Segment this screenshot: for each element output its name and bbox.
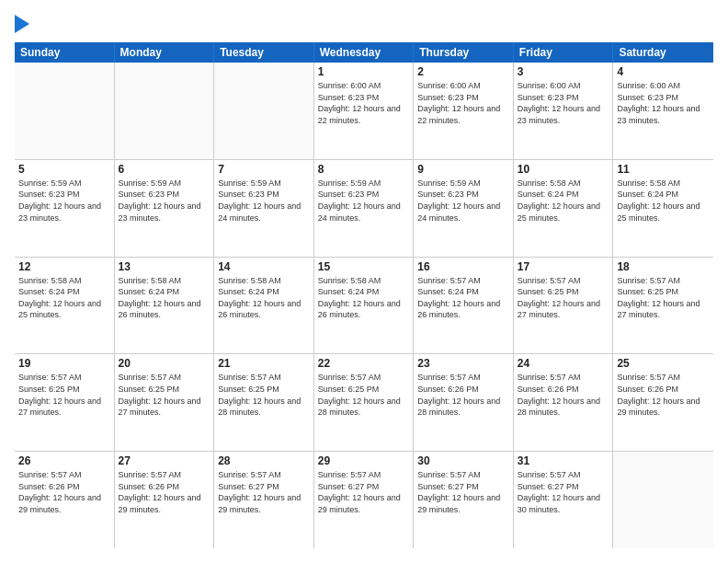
day-info: Sunrise: 5:58 AM Sunset: 6:24 PM Dayligh… xyxy=(518,178,609,224)
day-info: Sunrise: 6:00 AM Sunset: 6:23 PM Dayligh… xyxy=(617,80,710,126)
calendar-header: SundayMondayTuesdayWednesdayThursdayFrid… xyxy=(15,42,713,63)
logo-arrow-icon xyxy=(15,15,29,33)
day-number: 3 xyxy=(518,65,609,78)
day-cell-11: 11Sunrise: 5:58 AM Sunset: 6:24 PM Dayli… xyxy=(613,160,713,257)
weekday-header-thursday: Thursday xyxy=(414,42,514,63)
day-number: 6 xyxy=(119,163,210,176)
day-cell-25: 25Sunrise: 5:57 AM Sunset: 6:26 PM Dayli… xyxy=(613,354,713,451)
day-cell-12: 12Sunrise: 5:58 AM Sunset: 6:24 PM Dayli… xyxy=(15,258,115,354)
day-info: Sunrise: 5:58 AM Sunset: 6:24 PM Dayligh… xyxy=(218,275,310,321)
day-number: 1 xyxy=(318,65,410,78)
day-info: Sunrise: 5:59 AM Sunset: 6:23 PM Dayligh… xyxy=(417,178,509,224)
day-cell-21: 21Sunrise: 5:57 AM Sunset: 6:25 PM Dayli… xyxy=(214,354,314,451)
calendar-row-0: 1Sunrise: 6:00 AM Sunset: 6:23 PM Daylig… xyxy=(15,63,713,160)
day-number: 27 xyxy=(119,454,210,467)
day-cell-17: 17Sunrise: 5:57 AM Sunset: 6:25 PM Dayli… xyxy=(514,258,614,354)
day-number: 25 xyxy=(617,357,710,370)
day-number: 4 xyxy=(617,65,710,78)
day-number: 10 xyxy=(518,163,609,176)
day-number: 23 xyxy=(417,357,509,370)
day-number: 24 xyxy=(518,357,609,370)
day-number: 9 xyxy=(417,163,509,176)
day-info: Sunrise: 5:57 AM Sunset: 6:25 PM Dayligh… xyxy=(18,372,110,418)
day-cell-2: 2Sunrise: 6:00 AM Sunset: 6:23 PM Daylig… xyxy=(414,63,514,159)
day-info: Sunrise: 5:57 AM Sunset: 6:25 PM Dayligh… xyxy=(518,275,609,321)
calendar-body: 1Sunrise: 6:00 AM Sunset: 6:23 PM Daylig… xyxy=(15,63,713,548)
day-cell-empty-4-6 xyxy=(613,452,713,548)
header xyxy=(15,15,713,33)
day-info: Sunrise: 5:59 AM Sunset: 6:23 PM Dayligh… xyxy=(218,178,310,224)
day-cell-27: 27Sunrise: 5:57 AM Sunset: 6:26 PM Dayli… xyxy=(115,452,215,548)
page: SundayMondayTuesdayWednesdayThursdayFrid… xyxy=(0,0,728,563)
day-number: 26 xyxy=(18,454,110,467)
day-number: 15 xyxy=(318,260,410,273)
calendar-row-4: 26Sunrise: 5:57 AM Sunset: 6:26 PM Dayli… xyxy=(15,452,713,548)
day-info: Sunrise: 5:59 AM Sunset: 6:23 PM Dayligh… xyxy=(18,178,110,224)
day-cell-23: 23Sunrise: 5:57 AM Sunset: 6:26 PM Dayli… xyxy=(414,354,514,451)
day-cell-3: 3Sunrise: 6:00 AM Sunset: 6:23 PM Daylig… xyxy=(514,63,614,159)
day-info: Sunrise: 5:58 AM Sunset: 6:24 PM Dayligh… xyxy=(119,275,210,321)
day-number: 17 xyxy=(518,260,609,273)
day-cell-14: 14Sunrise: 5:58 AM Sunset: 6:24 PM Dayli… xyxy=(214,258,314,354)
day-number: 30 xyxy=(417,454,509,467)
day-cell-5: 5Sunrise: 5:59 AM Sunset: 6:23 PM Daylig… xyxy=(15,160,115,257)
calendar-row-3: 19Sunrise: 5:57 AM Sunset: 6:25 PM Dayli… xyxy=(15,354,713,452)
day-number: 11 xyxy=(617,163,710,176)
day-info: Sunrise: 5:59 AM Sunset: 6:23 PM Dayligh… xyxy=(318,178,410,224)
day-number: 29 xyxy=(318,454,410,467)
day-info: Sunrise: 5:58 AM Sunset: 6:24 PM Dayligh… xyxy=(18,275,110,321)
day-cell-16: 16Sunrise: 5:57 AM Sunset: 6:24 PM Dayli… xyxy=(414,258,514,354)
day-number: 2 xyxy=(417,65,509,78)
day-number: 5 xyxy=(18,163,110,176)
day-info: Sunrise: 6:00 AM Sunset: 6:23 PM Dayligh… xyxy=(417,80,509,126)
day-info: Sunrise: 5:57 AM Sunset: 6:26 PM Dayligh… xyxy=(119,469,210,515)
day-cell-22: 22Sunrise: 5:57 AM Sunset: 6:25 PM Dayli… xyxy=(314,354,415,451)
day-info: Sunrise: 5:57 AM Sunset: 6:27 PM Dayligh… xyxy=(318,469,410,515)
day-info: Sunrise: 5:57 AM Sunset: 6:26 PM Dayligh… xyxy=(518,372,609,418)
weekday-header-sunday: Sunday xyxy=(15,42,115,63)
day-cell-31: 31Sunrise: 5:57 AM Sunset: 6:27 PM Dayli… xyxy=(514,452,614,548)
day-cell-1: 1Sunrise: 6:00 AM Sunset: 6:23 PM Daylig… xyxy=(314,63,415,159)
day-info: Sunrise: 5:57 AM Sunset: 6:25 PM Dayligh… xyxy=(218,372,310,418)
day-info: Sunrise: 5:57 AM Sunset: 6:27 PM Dayligh… xyxy=(417,469,509,515)
day-number: 19 xyxy=(18,357,110,370)
day-number: 16 xyxy=(417,260,509,273)
day-number: 8 xyxy=(318,163,410,176)
day-cell-4: 4Sunrise: 6:00 AM Sunset: 6:23 PM Daylig… xyxy=(613,63,713,159)
day-number: 22 xyxy=(318,357,410,370)
day-info: Sunrise: 5:57 AM Sunset: 6:26 PM Dayligh… xyxy=(617,372,710,418)
day-cell-18: 18Sunrise: 5:57 AM Sunset: 6:25 PM Dayli… xyxy=(613,258,713,354)
day-info: Sunrise: 5:59 AM Sunset: 6:23 PM Dayligh… xyxy=(119,178,210,224)
weekday-header-friday: Friday xyxy=(514,42,614,63)
day-cell-13: 13Sunrise: 5:58 AM Sunset: 6:24 PM Dayli… xyxy=(115,258,215,354)
day-number: 13 xyxy=(119,260,210,273)
day-info: Sunrise: 6:00 AM Sunset: 6:23 PM Dayligh… xyxy=(518,80,609,126)
day-number: 28 xyxy=(218,454,310,467)
day-info: Sunrise: 5:57 AM Sunset: 6:27 PM Dayligh… xyxy=(518,469,609,515)
day-cell-empty-0-2 xyxy=(214,63,314,159)
calendar: SundayMondayTuesdayWednesdayThursdayFrid… xyxy=(15,42,713,548)
day-info: Sunrise: 5:58 AM Sunset: 6:24 PM Dayligh… xyxy=(617,178,710,224)
day-number: 12 xyxy=(18,260,110,273)
weekday-header-saturday: Saturday xyxy=(613,42,713,63)
day-cell-empty-0-0 xyxy=(15,63,115,159)
day-info: Sunrise: 5:57 AM Sunset: 6:26 PM Dayligh… xyxy=(18,469,110,515)
day-cell-28: 28Sunrise: 5:57 AM Sunset: 6:27 PM Dayli… xyxy=(214,452,314,548)
day-info: Sunrise: 5:57 AM Sunset: 6:25 PM Dayligh… xyxy=(318,372,410,418)
day-cell-7: 7Sunrise: 5:59 AM Sunset: 6:23 PM Daylig… xyxy=(214,160,314,257)
day-info: Sunrise: 6:00 AM Sunset: 6:23 PM Dayligh… xyxy=(318,80,410,126)
day-cell-empty-0-1 xyxy=(115,63,215,159)
day-cell-15: 15Sunrise: 5:58 AM Sunset: 6:24 PM Dayli… xyxy=(314,258,415,354)
day-cell-10: 10Sunrise: 5:58 AM Sunset: 6:24 PM Dayli… xyxy=(514,160,614,257)
day-cell-26: 26Sunrise: 5:57 AM Sunset: 6:26 PM Dayli… xyxy=(15,452,115,548)
day-number: 7 xyxy=(218,163,310,176)
day-info: Sunrise: 5:57 AM Sunset: 6:27 PM Dayligh… xyxy=(218,469,310,515)
day-info: Sunrise: 5:57 AM Sunset: 6:25 PM Dayligh… xyxy=(119,372,210,418)
day-info: Sunrise: 5:57 AM Sunset: 6:24 PM Dayligh… xyxy=(417,275,509,321)
day-info: Sunrise: 5:57 AM Sunset: 6:25 PM Dayligh… xyxy=(617,275,710,321)
calendar-row-1: 5Sunrise: 5:59 AM Sunset: 6:23 PM Daylig… xyxy=(15,160,713,258)
day-cell-6: 6Sunrise: 5:59 AM Sunset: 6:23 PM Daylig… xyxy=(115,160,215,257)
logo xyxy=(15,15,33,33)
day-info: Sunrise: 5:57 AM Sunset: 6:26 PM Dayligh… xyxy=(417,372,509,418)
day-cell-8: 8Sunrise: 5:59 AM Sunset: 6:23 PM Daylig… xyxy=(314,160,415,257)
